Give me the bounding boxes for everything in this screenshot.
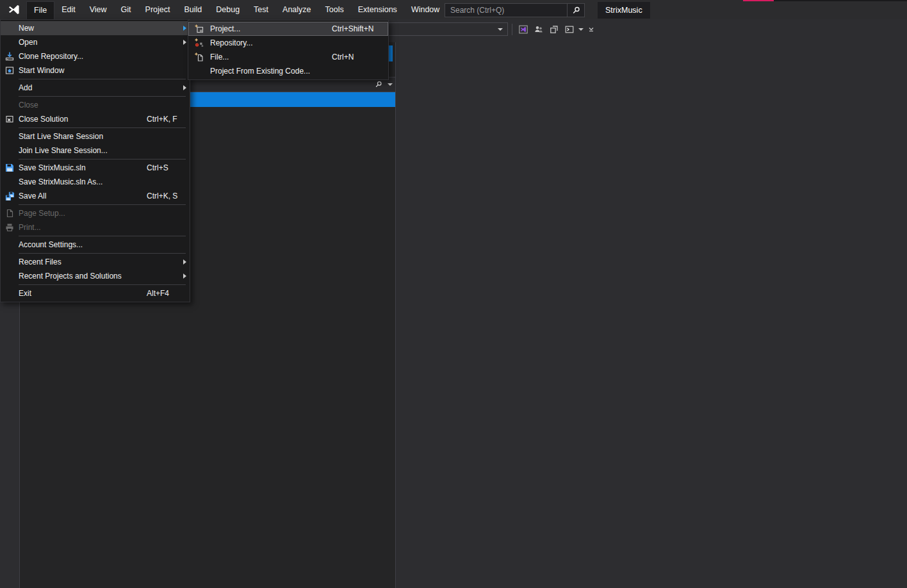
menubar-item-build[interactable]: Build bbox=[177, 0, 209, 19]
menu-item-label: Print... bbox=[19, 223, 147, 232]
menu-item-label: Repository... bbox=[210, 38, 332, 47]
menu-item-label: New bbox=[19, 24, 147, 33]
new-repository-icon bbox=[194, 38, 204, 48]
popout-icon bbox=[549, 24, 559, 35]
menubar-item-extensions[interactable]: Extensions bbox=[351, 0, 404, 19]
menu-item-label: Account Settings... bbox=[19, 240, 147, 249]
start-window-icon bbox=[1, 65, 19, 76]
top-edge-accent-strip bbox=[743, 0, 774, 1]
save-icon bbox=[1, 163, 19, 173]
menu-item-label: Save StrixMusic.sln As... bbox=[19, 177, 147, 186]
menu-item-label: Start Window bbox=[19, 66, 147, 75]
menubar-item-tools[interactable]: Tools bbox=[318, 0, 351, 19]
menubar-item-view[interactable]: View bbox=[83, 0, 114, 19]
menu-item-start-live-share-session[interactable]: Start Live Share Session bbox=[1, 129, 190, 143]
top-edge-dark-strip bbox=[774, 0, 907, 1]
menu-item-account-settings[interactable]: Account Settings... bbox=[1, 238, 190, 252]
menu-item-label: Save StrixMusic.sln bbox=[19, 163, 147, 172]
submenu-arrow-icon bbox=[179, 259, 190, 265]
page-setup-icon bbox=[4, 208, 15, 218]
menu-item-exit[interactable]: ExitAlt+F4 bbox=[1, 286, 190, 300]
menu-item-save-strixmusicsln-as[interactable]: Save StrixMusic.sln As... bbox=[1, 175, 190, 189]
menu-item-join-live-share-session[interactable]: Join Live Share Session... bbox=[1, 143, 190, 158]
menu-item-new[interactable]: New bbox=[1, 21, 190, 35]
file-menu-dropdown: NewOpenClone Repository...Start WindowAd… bbox=[0, 19, 190, 302]
menu-item-label: Clone Repository... bbox=[19, 52, 147, 61]
menu-item-label: Add bbox=[19, 83, 147, 92]
submenu-item-file[interactable]: File...Ctrl+N bbox=[188, 50, 388, 64]
toolbar-button-collaborators[interactable] bbox=[531, 22, 546, 37]
menubar-item-edit[interactable]: Edit bbox=[54, 0, 83, 19]
menu-separator bbox=[19, 204, 186, 205]
menu-item-label: File... bbox=[210, 53, 332, 61]
menu-item-recent-files[interactable]: Recent Files bbox=[1, 255, 190, 269]
save-all-icon bbox=[1, 191, 19, 201]
menu-separator bbox=[19, 236, 186, 236]
menu-item-shortcut: Ctrl+N bbox=[332, 53, 378, 61]
menu-item-clone-repository[interactable]: Clone Repository... bbox=[1, 49, 190, 63]
submenu-item-project-from-existing-code[interactable]: Project From Existing Code... bbox=[188, 64, 388, 78]
menu-item-label: Start Live Share Session bbox=[19, 132, 147, 141]
menubar-item-debug[interactable]: Debug bbox=[209, 0, 247, 19]
print-icon bbox=[1, 222, 19, 233]
menu-item-label: Recent Files bbox=[19, 257, 147, 266]
menu-item-start-window[interactable]: Start Window bbox=[1, 63, 190, 78]
terminal-dropdown-caret[interactable] bbox=[577, 22, 585, 37]
menu-item-label: Recent Projects and Solutions bbox=[19, 272, 147, 281]
new-submenu: Project...Ctrl+Shift+NRepository...File.… bbox=[188, 20, 389, 80]
solution-name-badge: StrixMusic bbox=[598, 2, 650, 19]
menubar-item-window[interactable]: Window bbox=[404, 0, 446, 19]
toolbar-button-terminal[interactable] bbox=[562, 22, 577, 37]
save-all-icon bbox=[4, 191, 15, 201]
menubar-item-git[interactable]: Git bbox=[114, 0, 138, 19]
clone-repository-icon bbox=[4, 51, 15, 61]
submenu-item-project[interactable]: Project...Ctrl+Shift+N bbox=[188, 22, 388, 36]
menu-separator bbox=[19, 79, 186, 79]
titlebar: FileEditViewGitProjectBuildDebugTestAnal… bbox=[0, 0, 907, 19]
new-file-icon bbox=[188, 52, 210, 62]
menubar-item-project[interactable]: Project bbox=[138, 0, 177, 19]
menu-separator bbox=[19, 96, 186, 97]
clone-repository-icon bbox=[1, 51, 19, 61]
toolbar-button-live-share[interactable] bbox=[516, 22, 531, 37]
chevron-down-icon bbox=[498, 28, 503, 31]
submenu-arrow-icon bbox=[179, 274, 190, 279]
menubar-item-file[interactable]: File bbox=[26, 1, 54, 20]
chevron-down-icon bbox=[578, 28, 584, 31]
submenu-arrow-icon bbox=[179, 85, 190, 90]
toolbar-separator bbox=[512, 24, 512, 35]
submenu-item-repository[interactable]: Repository... bbox=[188, 36, 388, 50]
search-icon[interactable] bbox=[372, 80, 385, 89]
menubar-item-test[interactable]: Test bbox=[247, 0, 275, 19]
toolbar-overflow-button[interactable] bbox=[586, 22, 596, 37]
toolbar-icon-group bbox=[512, 22, 596, 37]
quick-search-input[interactable] bbox=[445, 4, 567, 17]
menu-item-label: Exit bbox=[19, 289, 147, 298]
print-icon bbox=[4, 222, 15, 233]
menu-item-save-all[interactable]: Save AllCtrl+K, S bbox=[1, 189, 190, 203]
menu-item-label: Page Setup... bbox=[19, 209, 147, 218]
start-window-icon bbox=[4, 65, 15, 76]
menu-item-shortcut: Alt+F4 bbox=[147, 289, 179, 298]
menu-item-close: Close bbox=[1, 98, 190, 112]
menu-item-shortcut: Ctrl+K, F bbox=[147, 115, 179, 124]
toolbar-button-popout[interactable] bbox=[546, 22, 562, 37]
menu-separator bbox=[19, 127, 186, 128]
live-share-icon bbox=[518, 24, 528, 35]
new-project-icon bbox=[194, 24, 204, 34]
menu-item-recent-projects-and-solutions[interactable]: Recent Projects and Solutions bbox=[1, 269, 190, 283]
menu-item-label: Join Live Share Session... bbox=[19, 146, 147, 155]
menu-item-label: Project From Existing Code... bbox=[210, 67, 332, 76]
menubar-item-analyze[interactable]: Analyze bbox=[275, 0, 318, 19]
search-options-caret[interactable] bbox=[385, 83, 395, 86]
menu-item-close-solution[interactable]: Close SolutionCtrl+K, F bbox=[1, 112, 190, 126]
close-solution-icon bbox=[4, 114, 15, 124]
page-setup-icon bbox=[1, 208, 19, 218]
menu-item-save-strixmusicsln[interactable]: Save StrixMusic.slnCtrl+S bbox=[1, 161, 190, 175]
menu-item-label: Close Solution bbox=[19, 115, 147, 124]
search-icon[interactable] bbox=[568, 4, 584, 17]
menu-item-add[interactable]: Add bbox=[1, 81, 190, 95]
menu-item-shortcut: Ctrl+Shift+N bbox=[332, 24, 378, 33]
menu-item-open[interactable]: Open bbox=[1, 35, 190, 49]
quick-search-box[interactable] bbox=[445, 3, 585, 17]
